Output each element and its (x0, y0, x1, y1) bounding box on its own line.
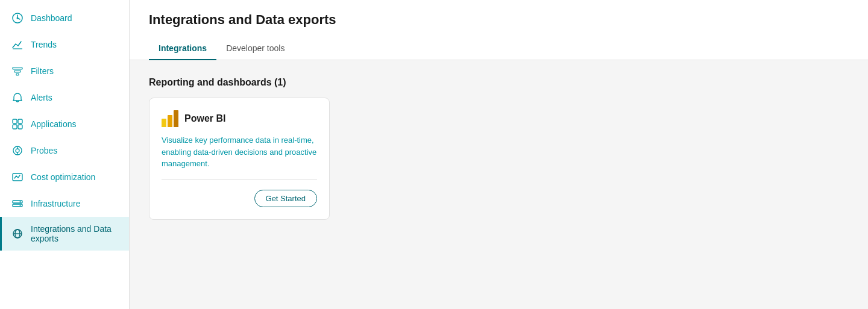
sidebar-item-infrastructure[interactable]: Infrastructure (0, 190, 129, 217)
section-title: Reporting and dashboards (1) (149, 77, 849, 88)
sidebar-label-infrastructure: Infrastructure (31, 199, 80, 208)
svg-rect-15 (13, 201, 22, 203)
sidebar-item-cost-optimization[interactable]: Cost optimization (0, 164, 129, 190)
sidebar-label-filters: Filters (31, 66, 54, 76)
svg-point-18 (20, 205, 21, 206)
dashboard-icon (11, 12, 24, 24)
alerts-icon (11, 92, 24, 104)
sidebar-item-alerts[interactable]: Alerts (0, 84, 129, 111)
sidebar-label-dashboard: Dashboard (31, 13, 72, 23)
card-footer: Get Started (162, 190, 317, 207)
card-title: Power BI (184, 113, 225, 124)
tab-integrations[interactable]: Integrations (149, 37, 216, 60)
sidebar-label-applications: Applications (31, 119, 77, 129)
sidebar-label-probes: Probes (31, 146, 57, 155)
powerbi-card: Power BI Visualize key performance data … (149, 98, 330, 220)
integrations-icon (11, 228, 24, 240)
svg-rect-7 (18, 119, 22, 123)
sidebar: Dashboard Trends Filters (0, 0, 130, 309)
sidebar-item-trends[interactable]: Trends (0, 31, 129, 58)
tab-developer-tools[interactable]: Developer tools (216, 37, 294, 60)
sidebar-item-filters[interactable]: Filters (0, 58, 129, 84)
page-header: Integrations and Data exports Integratio… (130, 0, 868, 60)
svg-point-17 (20, 201, 21, 202)
probes-icon (11, 145, 24, 157)
sidebar-item-applications[interactable]: Applications (0, 111, 129, 137)
applications-icon (11, 118, 24, 130)
powerbi-icon (162, 110, 178, 127)
sidebar-label-integrations: Integrations and Data exports (31, 224, 119, 243)
cost-icon (11, 171, 24, 183)
trends-icon (11, 39, 24, 51)
tab-bar: Integrations Developer tools (149, 37, 849, 60)
sidebar-label-cost-optimization: Cost optimization (31, 172, 95, 182)
infrastructure-icon (11, 198, 24, 210)
svg-point-1 (17, 17, 19, 19)
svg-rect-8 (13, 125, 17, 129)
svg-point-11 (16, 149, 19, 152)
card-divider (162, 179, 317, 180)
svg-rect-6 (13, 119, 17, 123)
page-title: Integrations and Data exports (149, 12, 849, 28)
get-started-button[interactable]: Get Started (254, 190, 317, 207)
sidebar-item-probes[interactable]: Probes (0, 137, 129, 164)
filters-icon (11, 65, 24, 77)
svg-rect-16 (13, 204, 22, 207)
svg-rect-5 (16, 73, 19, 75)
main-content: Integrations and Data exports Integratio… (130, 0, 868, 309)
card-header: Power BI (162, 110, 317, 127)
sidebar-item-integrations[interactable]: Integrations and Data exports (0, 217, 129, 251)
svg-rect-9 (18, 125, 22, 129)
card-description: Visualize key performance data in real-t… (162, 134, 317, 170)
svg-rect-3 (13, 67, 22, 69)
sidebar-item-dashboard[interactable]: Dashboard (0, 5, 129, 31)
sidebar-label-trends: Trends (31, 40, 57, 49)
svg-rect-4 (14, 70, 20, 72)
main-body: Reporting and dashboards (1) Power BI Vi… (130, 60, 868, 237)
sidebar-label-alerts: Alerts (31, 93, 52, 102)
